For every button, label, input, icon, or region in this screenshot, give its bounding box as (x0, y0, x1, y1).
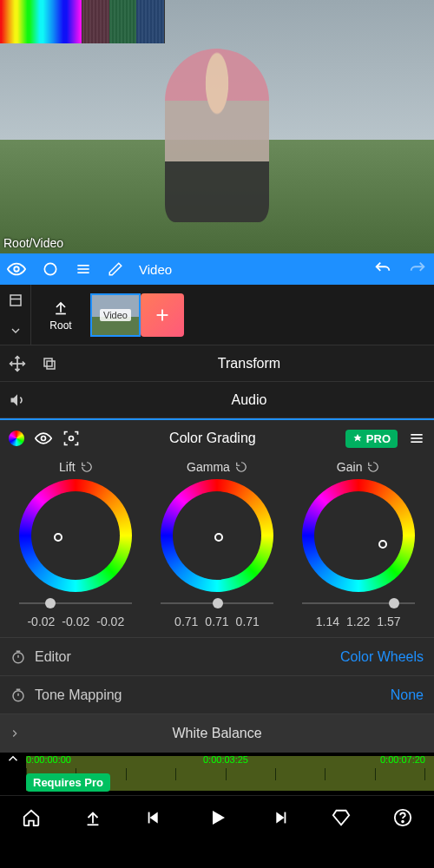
svg-rect-30 (285, 812, 286, 823)
undo-icon[interactable] (373, 260, 392, 279)
white-balance-row[interactable]: White Balance (0, 713, 434, 752)
transform-section[interactable]: Transform (0, 345, 434, 382)
gamma-label: Gamma (187, 460, 230, 474)
editor-value: Color Wheels (340, 649, 424, 665)
menu-icon[interactable] (75, 260, 92, 278)
gamma-val-g: 0.71 (205, 615, 228, 628)
reset-icon[interactable] (81, 461, 93, 473)
color-ring-icon[interactable] (9, 431, 24, 446)
redo-icon[interactable] (408, 260, 427, 279)
preview-path-label: Root/Video (3, 236, 63, 250)
svg-point-32 (402, 820, 404, 822)
timeline-time-0: 0:00:00:00 (26, 754, 71, 765)
add-clip-button[interactable] (141, 293, 184, 337)
svg-rect-5 (10, 295, 21, 306)
audio-section[interactable]: Audio (0, 382, 434, 418)
timeline-expand-icon[interactable] (5, 751, 21, 766)
pro-badge[interactable]: PRO (345, 430, 398, 448)
thumb-label: Video (100, 309, 131, 321)
lift-label: Lift (59, 460, 76, 474)
lift-wheel-dot[interactable] (54, 533, 62, 542)
root-clip-button[interactable]: Root (35, 291, 87, 339)
help-icon[interactable] (393, 808, 412, 827)
frame-forward-icon[interactable] (270, 808, 289, 827)
tone-key: Tone Mapping (35, 687, 391, 703)
gain-val-b: 1.57 (377, 615, 400, 628)
gain-wheel-column: Gain 1.14 1.22 1.57 (293, 460, 424, 628)
visibility-icon[interactable] (35, 430, 52, 447)
chevron-down-icon[interactable] (9, 324, 23, 338)
chevron-right-icon (9, 727, 33, 740)
gain-label: Gain (337, 460, 363, 474)
gain-wheel-dot[interactable] (378, 540, 387, 549)
waveform-scope[interactable] (0, 0, 82, 43)
svg-rect-27 (148, 812, 150, 823)
panel-menu-icon[interactable] (408, 430, 425, 447)
reset-icon[interactable] (235, 461, 247, 473)
play-icon[interactable] (207, 807, 227, 828)
stopwatch-icon (10, 687, 35, 703)
speaker-icon (9, 391, 26, 409)
gain-slider[interactable] (302, 597, 415, 609)
reset-icon[interactable] (367, 461, 379, 473)
layout-icon[interactable] (8, 293, 23, 308)
lift-wheel-column: Lift -0.02 -0.02 -0.02 (10, 460, 141, 628)
pro-label: PRO (366, 432, 391, 445)
timeline[interactable]: 0:00:00:00 0:00:03:25 0:00:07:20 Require… (0, 752, 434, 795)
top-toolbar: Video (0, 253, 434, 285)
edit-icon[interactable] (108, 261, 123, 277)
move-icon (9, 355, 26, 372)
stopwatch-icon (10, 649, 35, 665)
toolbar-title: Video (139, 262, 172, 277)
playback-bar (0, 795, 434, 838)
lift-val-g: -0.02 (62, 615, 89, 628)
lift-val-r: -0.02 (27, 615, 55, 628)
gamma-wheel-column: Gamma 0.71 0.71 0.71 (152, 460, 282, 628)
gamma-val-b: 0.71 (236, 615, 260, 628)
timeline-time-2: 0:00:07:20 (380, 754, 425, 765)
white-balance-label: White Balance (172, 726, 261, 741)
requires-pro-badge[interactable]: Requires Pro (26, 773, 110, 792)
root-label: Root (49, 319, 71, 332)
gamma-slider[interactable] (161, 597, 273, 609)
clip-row: Root Video (0, 285, 434, 345)
focus-icon[interactable] (62, 430, 80, 447)
tone-value: None (391, 687, 424, 703)
color-grading-panel: Color Grading PRO Lift -0.02 -0.02 -0.02 (0, 418, 434, 752)
svg-point-1 (44, 263, 56, 274)
audio-label: Audio (73, 392, 425, 408)
transform-label: Transform (73, 356, 425, 372)
editor-key: Editor (35, 649, 340, 665)
video-preview[interactable]: Root/Video (0, 0, 434, 253)
svg-marker-29 (276, 812, 284, 823)
svg-marker-26 (149, 812, 157, 823)
svg-point-14 (42, 437, 46, 441)
diamond-icon[interactable] (332, 808, 351, 827)
gamma-color-wheel[interactable] (161, 479, 273, 592)
frame-back-icon[interactable] (145, 808, 164, 827)
lift-color-wheel[interactable] (19, 479, 132, 592)
panel-title: Color Grading (90, 431, 335, 446)
lift-slider[interactable] (19, 597, 132, 609)
video-clip-thumb[interactable]: Video (90, 293, 141, 337)
color-wheels-row: Lift -0.02 -0.02 -0.02 Gamma (0, 457, 434, 637)
gain-val-g: 1.22 (346, 615, 370, 628)
svg-rect-12 (47, 361, 55, 369)
parade-scope[interactable] (82, 0, 165, 43)
record-icon[interactable] (42, 260, 59, 278)
export-icon[interactable] (83, 808, 102, 827)
preview-content (165, 49, 269, 222)
tone-mapping-row[interactable]: Tone Mapping None (0, 675, 434, 713)
gamma-wheel-dot[interactable] (214, 533, 223, 542)
gain-color-wheel[interactable] (302, 479, 415, 592)
lift-val-b: -0.02 (96, 615, 124, 628)
gain-val-r: 1.14 (316, 615, 339, 628)
home-icon[interactable] (22, 808, 41, 827)
svg-rect-13 (44, 358, 52, 366)
visibility-icon[interactable] (7, 260, 26, 279)
timeline-time-1: 0:00:03:25 (203, 754, 248, 765)
svg-point-15 (69, 437, 74, 441)
gamma-val-r: 0.71 (174, 615, 198, 628)
svg-point-0 (14, 266, 19, 272)
editor-row[interactable]: Editor Color Wheels (0, 637, 434, 675)
